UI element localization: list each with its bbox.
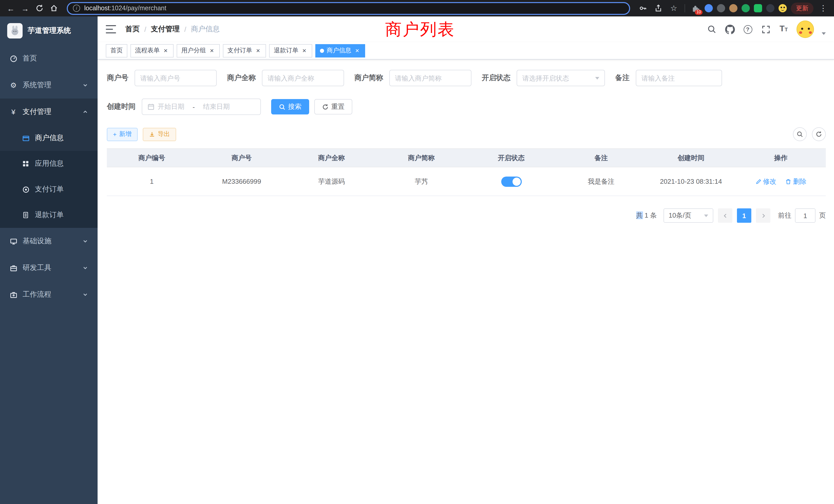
sidebar-item-system[interactable]: ⚙ 系统管理 (0, 72, 97, 98)
edit-button[interactable]: 修改 (755, 177, 776, 186)
extension-icon[interactable] (754, 4, 762, 12)
remark-input[interactable] (636, 70, 722, 86)
sidebar-item-dev-tools[interactable]: 研发工具 (0, 255, 97, 281)
date-separator: - (193, 103, 195, 111)
sidebar-item-merchant-info[interactable]: 商户信息 (0, 125, 97, 151)
merchant-short-input-field[interactable] (395, 74, 466, 82)
sidebar-toggle-icon[interactable] (106, 25, 116, 33)
url-text: localhost:1024/pay/merchant (84, 5, 167, 12)
address-bar[interactable]: i localhost:1024/pay/merchant (67, 2, 630, 15)
browser-window: ← → i localhost:1024/pay/merchant ☆ 10 (0, 0, 834, 504)
merchant-no-input[interactable] (135, 70, 217, 86)
avatar-dropdown-icon[interactable] (822, 32, 826, 35)
home-icon[interactable] (48, 3, 60, 14)
browser-actions: ☆ 10 更新 ⋮ (637, 2, 829, 14)
cell-create-time: 2021-10-23 08:31:14 (646, 167, 736, 196)
merchant-name-input-field[interactable] (267, 74, 338, 82)
tab-user-group[interactable]: 用户分组× (177, 44, 220, 57)
active-dot (320, 48, 324, 53)
breadcrumb-home[interactable]: 首页 (125, 25, 140, 34)
breadcrumb-separator: / (184, 25, 186, 33)
password-key-icon[interactable] (637, 3, 649, 14)
fullscreen-icon[interactable] (761, 24, 771, 35)
extension-icon[interactable] (717, 4, 725, 12)
prev-page-button[interactable] (718, 208, 732, 223)
close-icon[interactable]: × (255, 47, 261, 54)
extension-icon[interactable] (729, 4, 738, 12)
field-label: 备注 (615, 73, 630, 83)
browser-menu-icon[interactable]: ⋮ (817, 3, 829, 14)
merchant-no-input-field[interactable] (140, 74, 211, 82)
col-full-name: 商户全称 (287, 148, 376, 167)
toolbar-right (793, 127, 826, 141)
browser-update-button[interactable]: 更新 (791, 2, 813, 14)
search-button[interactable]: 搜索 (271, 99, 309, 114)
goto-page-input[interactable] (795, 208, 815, 223)
next-page-button[interactable] (756, 208, 770, 223)
field-label: 商户全称 (227, 73, 256, 83)
page-number-button[interactable]: 1 (737, 208, 751, 223)
export-button[interactable]: 导出 (143, 128, 176, 141)
chevron-down-icon (82, 82, 88, 88)
chevron-down-icon (82, 292, 88, 298)
github-icon[interactable] (725, 24, 735, 35)
add-button[interactable]: + 新增 (107, 128, 138, 141)
tab-refund-order[interactable]: 退款订单× (269, 44, 312, 57)
sidebar-item-payment[interactable]: ¥ 支付管理 (0, 98, 97, 125)
status-select-field[interactable] (522, 74, 592, 82)
tab-pay-order[interactable]: 支付订单× (223, 44, 266, 57)
sidebar-item-workflow[interactable]: 工作流程 (0, 281, 97, 308)
back-icon[interactable]: ← (5, 3, 17, 14)
breadcrumb-payment[interactable]: 支付管理 (151, 25, 180, 34)
tab-process-form[interactable]: 流程表单× (130, 44, 174, 57)
sidebar-item-refund-order[interactable]: 退款订单 (0, 202, 97, 228)
close-icon[interactable]: × (208, 47, 215, 54)
refresh-table-icon[interactable] (812, 127, 826, 141)
sidebar-item-app-info[interactable]: 应用信息 (0, 151, 97, 177)
merchant-short-input[interactable] (389, 70, 471, 86)
share-icon[interactable] (653, 3, 664, 14)
close-icon[interactable]: × (162, 47, 169, 54)
tab-home[interactable]: 首页 (106, 44, 127, 57)
remark-input-field[interactable] (641, 74, 717, 82)
app-logo[interactable]: 芋道管理系统 (0, 17, 97, 45)
plus-icon: + (113, 131, 116, 138)
close-icon[interactable]: × (354, 47, 360, 54)
sidebar-item-infrastructure[interactable]: 基础设施 (0, 228, 97, 255)
site-info-icon[interactable]: i (73, 5, 80, 12)
forward-icon[interactable]: → (20, 3, 31, 14)
date-range-picker[interactable]: 开始日期 - 结束日期 (142, 98, 261, 115)
merchant-name-input[interactable] (262, 70, 344, 86)
reload-icon[interactable] (34, 3, 45, 14)
help-icon[interactable]: ? (743, 24, 753, 35)
pagination: 共 1 条 10条/页 1 前往 页 (107, 208, 826, 223)
tab-merchant-info[interactable]: 商户信息× (315, 44, 365, 57)
sidebar-item-pay-order[interactable]: 支付订单 (0, 177, 97, 202)
page-size-select[interactable]: 10条/页 (663, 208, 713, 223)
font-size-icon[interactable]: TT (778, 24, 789, 35)
yen-icon: ¥ (9, 108, 18, 116)
status-toggle[interactable] (501, 176, 522, 187)
close-icon[interactable]: × (301, 47, 308, 54)
search-icon[interactable] (707, 24, 717, 35)
reset-button[interactable]: 重置 (314, 99, 352, 114)
breadcrumb: 首页 / 支付管理 / 商户信息 (125, 25, 220, 34)
extension-icon[interactable] (705, 4, 713, 12)
field-label: 商户简称 (354, 73, 383, 83)
extension-icon[interactable] (766, 4, 774, 12)
bookmark-star-icon[interactable]: ☆ (668, 3, 679, 14)
field-label: 创建时间 (107, 102, 136, 111)
sidebar-item-home[interactable]: 首页 (0, 45, 97, 72)
show-search-toggle-icon[interactable] (793, 127, 807, 141)
status-select[interactable] (517, 70, 605, 86)
main-area: 首页 / 支付管理 / 商户信息 商户列表 ? (97, 17, 834, 504)
profile-avatar-icon[interactable] (778, 4, 787, 12)
delete-button[interactable]: 删除 (786, 177, 807, 186)
col-status: 开启状态 (466, 148, 556, 167)
sidebar-item-label: 支付订单 (35, 185, 64, 194)
extension-icon[interactable] (742, 4, 750, 12)
filter-merchant-short: 商户简称 (354, 70, 471, 86)
user-avatar[interactable] (796, 21, 814, 38)
col-short-name: 商户简称 (376, 148, 466, 167)
extensions-puzzle-icon[interactable]: 10 (690, 3, 701, 13)
